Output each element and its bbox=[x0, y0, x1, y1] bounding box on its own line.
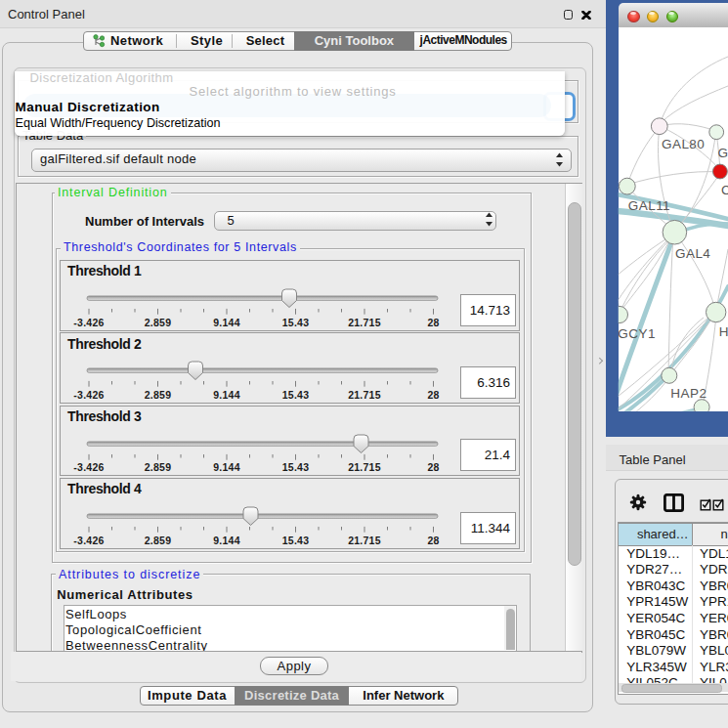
svg-text:GAL11: GAL11 bbox=[628, 198, 670, 213]
svg-text:GCY1: GCY1 bbox=[618, 326, 656, 341]
svg-text:GA: GA bbox=[718, 146, 728, 160]
svg-text:GAL4: GAL4 bbox=[675, 246, 710, 261]
svg-text:HAP2: HAP2 bbox=[670, 386, 707, 401]
svg-text:GAL80: GAL80 bbox=[662, 137, 705, 151]
svg-text:C: C bbox=[721, 183, 728, 197]
svg-text:H: H bbox=[719, 324, 728, 339]
